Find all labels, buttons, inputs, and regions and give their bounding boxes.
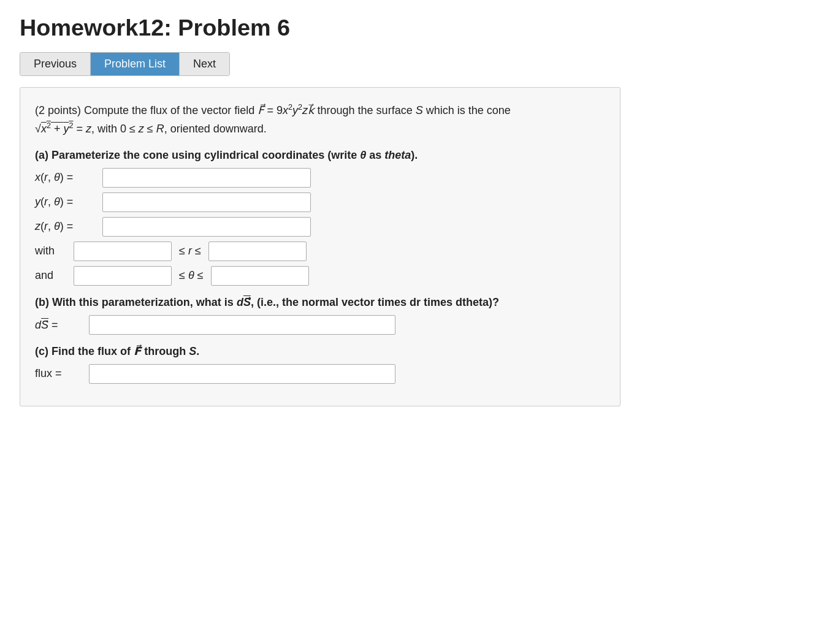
flux-input[interactable] bbox=[89, 364, 395, 384]
r-constraint-row: with ≤ r ≤ bbox=[35, 242, 605, 261]
next-button[interactable]: Next bbox=[180, 53, 229, 75]
navigation-bar: Previous Problem List Next bbox=[20, 52, 230, 76]
section-c: (c) Find the flux of F⃗ through S. flux … bbox=[35, 345, 605, 384]
previous-button[interactable]: Previous bbox=[20, 53, 91, 75]
intro-text: (2 points) Compute the flux of the vecto… bbox=[35, 104, 511, 116]
theta-constraint-row: and ≤ θ ≤ bbox=[35, 266, 605, 286]
theta-upper-input[interactable] bbox=[211, 266, 309, 286]
x-param-row: x(r, θ) = bbox=[35, 168, 605, 188]
flux-row: flux = bbox=[35, 364, 605, 384]
section-b-label: (b) With this parameterization, what is … bbox=[35, 295, 605, 309]
with-label: with bbox=[35, 245, 69, 257]
problem-container: (2 points) Compute the flux of the vecto… bbox=[20, 87, 620, 406]
problem-statement: (2 points) Compute the flux of the vecto… bbox=[35, 101, 605, 138]
r-upper-input[interactable] bbox=[208, 242, 307, 261]
problem-list-button[interactable]: Problem List bbox=[91, 53, 180, 75]
z-param-row: z(r, θ) = bbox=[35, 217, 605, 237]
y-param-input[interactable] bbox=[102, 192, 311, 212]
section-b: (b) With this parameterization, what is … bbox=[35, 295, 605, 335]
ds-input[interactable] bbox=[89, 315, 395, 335]
y-param-row: y(r, θ) = bbox=[35, 192, 605, 212]
x-param-label: x(r, θ) = bbox=[35, 171, 102, 184]
theta-ineq-label: ≤ θ ≤ bbox=[177, 269, 206, 282]
z-param-input[interactable] bbox=[102, 217, 311, 237]
ds-row: dS⃗ = bbox=[35, 315, 605, 335]
y-param-label: y(r, θ) = bbox=[35, 196, 102, 208]
page-title: Homework12: Problem 6 bbox=[20, 15, 820, 41]
flux-label: flux = bbox=[35, 367, 84, 380]
x-param-input[interactable] bbox=[102, 168, 311, 188]
theta-lower-input[interactable] bbox=[74, 266, 172, 286]
section-a-label: (a) Parameterize the cone using cylindri… bbox=[35, 149, 605, 162]
cone-equation: √x2 + y2 = z, with 0 ≤ z ≤ R, oriented d… bbox=[35, 123, 267, 135]
and-label: and bbox=[35, 269, 69, 282]
section-c-label: (c) Find the flux of F⃗ through S. bbox=[35, 345, 605, 358]
r-ineq-label: ≤ r ≤ bbox=[177, 245, 204, 257]
z-param-label: z(r, θ) = bbox=[35, 220, 102, 233]
r-lower-input[interactable] bbox=[74, 242, 172, 261]
ds-label: dS⃗ = bbox=[35, 318, 84, 332]
